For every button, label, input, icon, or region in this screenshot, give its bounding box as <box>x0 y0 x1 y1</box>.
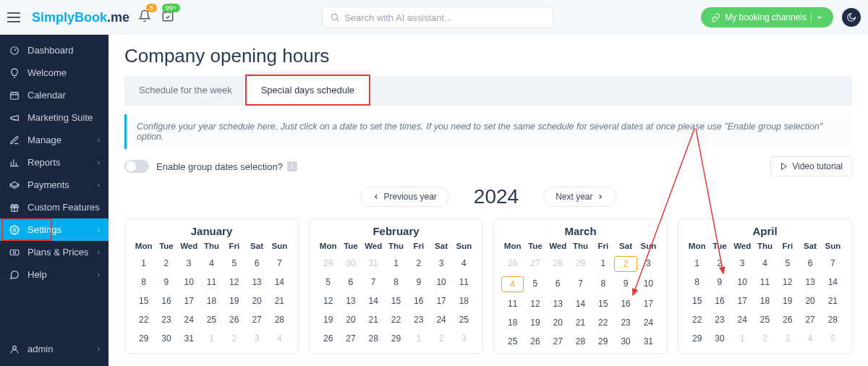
calendar-day[interactable]: 25 <box>453 312 475 327</box>
calendar-day[interactable]: 21 <box>569 315 592 330</box>
group-selection-toggle[interactable] <box>124 160 149 173</box>
calendar-day[interactable]: 8 <box>132 275 155 289</box>
calendar-day[interactable]: 21 <box>362 312 385 327</box>
calendar-day[interactable]: 13 <box>799 275 821 289</box>
sidebar-item-manage[interactable]: Manage› <box>0 129 109 151</box>
calendar-day[interactable]: 12 <box>776 275 799 289</box>
calendar-day[interactable]: 30 <box>614 334 637 349</box>
calendar-day[interactable]: 27 <box>524 256 546 272</box>
calendar-day[interactable]: 16 <box>155 294 177 308</box>
logo[interactable]: SimplyBook.me <box>32 10 129 25</box>
calendar-day[interactable]: 10 <box>731 275 754 289</box>
calendar-day[interactable]: 25 <box>200 312 223 327</box>
calendar-day[interactable]: 3 <box>453 331 475 346</box>
calendar-day[interactable]: 26 <box>223 312 245 327</box>
sidebar-item-reports[interactable]: Reports› <box>0 151 109 174</box>
calendar-day[interactable]: 12 <box>524 297 546 311</box>
calendar-day[interactable]: 1 <box>132 256 155 271</box>
calendar-day[interactable]: 2 <box>407 256 430 271</box>
search-input[interactable]: Search with AI assistant... <box>322 7 553 28</box>
calendar-day[interactable]: 24 <box>430 312 452 327</box>
calendar-day[interactable]: 20 <box>245 294 268 308</box>
booking-channels-button[interactable]: My booking channels <box>701 7 833 27</box>
calendar-day[interactable]: 26 <box>317 331 339 346</box>
calendar-day[interactable]: 23 <box>708 312 731 327</box>
calendar-day[interactable]: 29 <box>385 331 407 346</box>
calendar-day[interactable]: 8 <box>592 276 614 292</box>
calendar-day[interactable]: 19 <box>524 315 546 330</box>
calendar-day[interactable]: 29 <box>317 256 339 271</box>
calendar-day[interactable]: 17 <box>178 294 200 308</box>
calendar-day[interactable]: 10 <box>430 275 452 289</box>
calendar-day[interactable]: 2 <box>223 331 245 346</box>
calendar-day[interactable]: 16 <box>614 297 637 311</box>
calendar-day[interactable]: 3 <box>776 331 799 346</box>
calendar-day[interactable]: 3 <box>178 256 200 271</box>
calendar-day[interactable]: 6 <box>245 256 268 271</box>
calendar-day[interactable]: 15 <box>385 294 407 308</box>
calendar-day[interactable]: 18 <box>501 315 524 330</box>
calendar-day[interactable]: 28 <box>362 331 385 346</box>
calendar-day[interactable]: 23 <box>614 315 637 330</box>
calendar-day[interactable]: 19 <box>317 312 339 327</box>
calendar-day[interactable]: 31 <box>637 334 660 349</box>
calendar-day[interactable]: 19 <box>776 294 799 308</box>
calendar-day[interactable]: 15 <box>132 294 155 308</box>
calendar-day[interactable]: 18 <box>453 294 475 308</box>
sidebar-item-marketing-suite[interactable]: Marketing Suite <box>0 106 109 129</box>
calendar-day[interactable]: 29 <box>592 334 614 349</box>
calendar-day[interactable]: 11 <box>754 275 776 289</box>
calendar-day[interactable]: 3 <box>430 256 452 271</box>
calendar-day[interactable]: 1 <box>200 331 223 346</box>
sidebar-item-welcome[interactable]: Welcome <box>0 61 109 84</box>
calendar-day[interactable]: 5 <box>524 276 546 292</box>
calendar-day[interactable]: 6 <box>547 276 569 292</box>
calendar-day[interactable]: 19 <box>223 294 245 308</box>
calendar-day[interactable]: 2 <box>155 256 177 271</box>
calendar-day[interactable]: 17 <box>430 294 452 308</box>
calendar-day[interactable]: 18 <box>200 294 223 308</box>
calendar-day[interactable]: 4 <box>501 276 524 292</box>
calendar-day[interactable]: 2 <box>614 256 637 272</box>
sidebar-item-settings[interactable]: Settings› <box>0 218 109 241</box>
calendar-day[interactable]: 26 <box>776 312 799 327</box>
calendar-day[interactable]: 29 <box>569 256 592 272</box>
calendar-day[interactable]: 28 <box>569 334 592 349</box>
calendar-day[interactable]: 1 <box>592 256 614 272</box>
calendar-day[interactable]: 16 <box>407 294 430 308</box>
calendar-day[interactable]: 2 <box>754 331 776 346</box>
calendar-day[interactable]: 22 <box>385 312 407 327</box>
calendar-day[interactable]: 4 <box>268 331 291 346</box>
calendar-day[interactable]: 25 <box>754 312 776 327</box>
menu-button[interactable] <box>7 9 25 26</box>
calendar-day[interactable]: 2 <box>430 331 452 346</box>
calendar-day[interactable]: 20 <box>799 294 821 308</box>
sidebar-item-payments[interactable]: Payments› <box>0 174 109 196</box>
tab-special-days-schedule[interactable]: Special days schedule <box>247 76 369 106</box>
calendar-day[interactable]: 14 <box>569 297 592 311</box>
calendar-day[interactable]: 18 <box>754 294 776 308</box>
info-icon[interactable]: i <box>287 161 297 171</box>
calendar-day[interactable]: 9 <box>614 276 637 292</box>
calendar-day[interactable]: 1 <box>407 331 430 346</box>
sidebar-item-dashboard[interactable]: Dashboard <box>0 39 109 61</box>
video-tutorial-button[interactable]: Video tutorial <box>770 156 852 176</box>
calendar-day[interactable]: 28 <box>268 312 291 327</box>
calendar-day[interactable]: 2 <box>708 256 731 271</box>
calendar-day[interactable]: 10 <box>637 276 660 292</box>
calendar-day[interactable]: 4 <box>754 256 776 271</box>
next-year-button[interactable]: Next year <box>543 187 616 207</box>
sidebar-item-help[interactable]: Help› <box>0 263 109 286</box>
calendar-day[interactable]: 14 <box>268 275 291 289</box>
calendar-day[interactable]: 11 <box>453 275 475 289</box>
calendar-day[interactable]: 13 <box>245 275 268 289</box>
calendar-day[interactable]: 22 <box>132 312 155 327</box>
calendar-day[interactable]: 29 <box>132 331 155 346</box>
calendar-day[interactable]: 4 <box>200 256 223 271</box>
calendar-day[interactable]: 12 <box>223 275 245 289</box>
calendar-day[interactable]: 7 <box>822 256 844 271</box>
calendar-day[interactable]: 26 <box>501 256 524 272</box>
bookings-icon-button[interactable]: 99+ <box>161 9 174 25</box>
calendar-day[interactable]: 23 <box>155 312 177 327</box>
calendar-day[interactable]: 30 <box>339 256 362 271</box>
